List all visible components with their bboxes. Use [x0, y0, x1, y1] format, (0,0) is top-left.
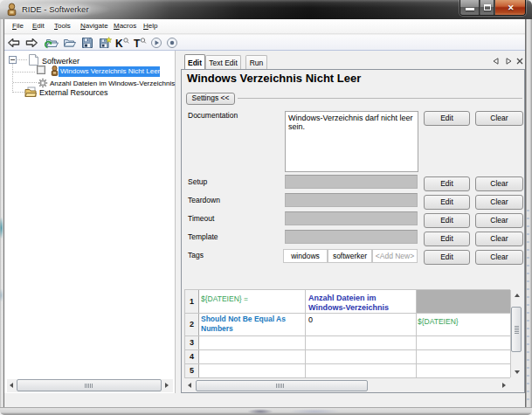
svg-text:T: T — [134, 38, 141, 50]
svg-text:K: K — [115, 38, 123, 50]
